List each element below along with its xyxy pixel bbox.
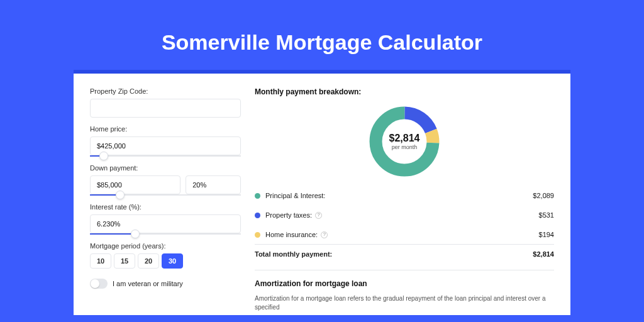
input-panel: Property Zip Code: Home price: Down paym… bbox=[90, 87, 241, 315]
donut-chart: $2,814 per month bbox=[367, 104, 442, 179]
period-option-10[interactable]: 10 bbox=[90, 253, 111, 269]
down-payment-input[interactable] bbox=[90, 175, 180, 194]
zip-input[interactable] bbox=[90, 99, 241, 118]
down-payment-pct-input[interactable] bbox=[186, 175, 241, 194]
home-price-input[interactable] bbox=[90, 136, 241, 155]
legend-value: $194 bbox=[539, 231, 554, 238]
rate-input[interactable] bbox=[90, 214, 241, 233]
legend-value: $2,089 bbox=[533, 192, 554, 199]
veteran-toggle[interactable] bbox=[90, 279, 108, 289]
slider-thumb[interactable] bbox=[116, 191, 125, 199]
down-payment-slider[interactable] bbox=[90, 194, 241, 196]
amortization-heading: Amortization for mortgage loan bbox=[255, 279, 554, 288]
breakdown-heading: Monthly payment breakdown: bbox=[255, 87, 554, 96]
legend-dot-icon bbox=[255, 193, 260, 199]
period-option-20[interactable]: 20 bbox=[138, 253, 159, 269]
down-payment-label: Down payment: bbox=[90, 164, 241, 172]
legend-row: Home insurance:?$194 bbox=[255, 225, 554, 244]
period-option-15[interactable]: 15 bbox=[114, 253, 135, 269]
period-label: Mortgage period (years): bbox=[90, 242, 241, 250]
toggle-knob bbox=[91, 279, 99, 288]
total-value: $2,814 bbox=[533, 250, 554, 258]
legend-label: Principal & Interest: bbox=[265, 192, 325, 199]
legend-total-row: Total monthly payment:$2,814 bbox=[255, 244, 554, 264]
legend-label: Home insurance: bbox=[265, 231, 318, 238]
rate-slider[interactable] bbox=[90, 233, 241, 235]
veteran-label: I am veteran or military bbox=[113, 280, 183, 287]
legend-value: $531 bbox=[539, 211, 554, 219]
info-icon[interactable]: ? bbox=[321, 231, 328, 238]
legend-label: Property taxes: bbox=[265, 211, 312, 219]
amortization-body: Amortization for a mortgage loan refers … bbox=[255, 294, 554, 312]
slider-thumb[interactable] bbox=[131, 230, 140, 238]
zip-label: Property Zip Code: bbox=[90, 87, 241, 95]
page-title: Somerville Mortgage Calculator bbox=[0, 0, 644, 70]
total-label: Total monthly payment: bbox=[255, 250, 332, 258]
donut-total: $2,814 bbox=[389, 133, 420, 144]
home-price-slider[interactable] bbox=[90, 155, 241, 157]
amortization-section: Amortization for mortgage loan Amortizat… bbox=[255, 270, 554, 312]
home-price-label: Home price: bbox=[90, 125, 241, 133]
info-icon[interactable]: ? bbox=[315, 212, 322, 219]
calculator-card: Property Zip Code: Home price: Down paym… bbox=[74, 70, 570, 315]
breakdown-panel: Monthly payment breakdown: $2,814 per mo… bbox=[255, 87, 554, 315]
legend-row: Property taxes:?$531 bbox=[255, 205, 554, 225]
rate-label: Interest rate (%): bbox=[90, 203, 241, 211]
legend-dot-icon bbox=[255, 213, 260, 218]
slider-thumb[interactable] bbox=[99, 152, 108, 160]
period-option-30[interactable]: 30 bbox=[162, 253, 183, 269]
legend-dot-icon bbox=[255, 232, 260, 238]
legend-row: Principal & Interest:$2,089 bbox=[255, 186, 554, 205]
donut-sub: per month bbox=[389, 144, 420, 150]
